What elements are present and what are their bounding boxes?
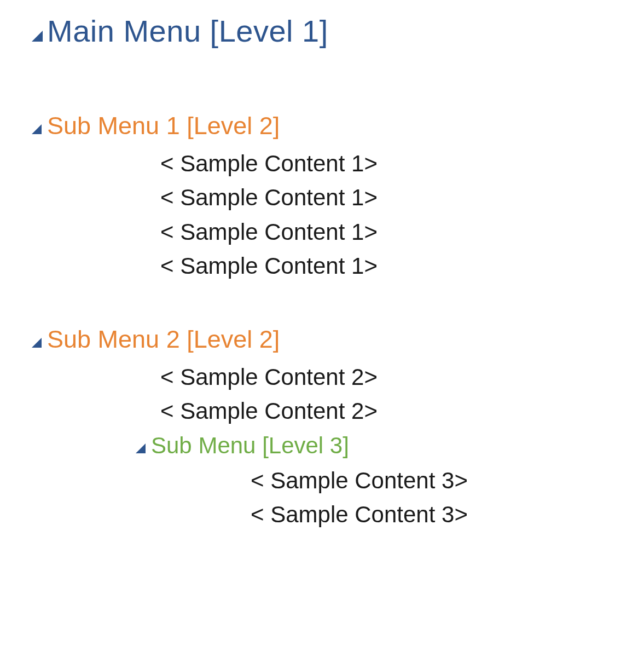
content-line: < Sample Content 1> [160,147,644,181]
heading-level-3[interactable]: Sub Menu [Level 3] [136,431,644,460]
heading-level-3-text: Sub Menu [Level 3] [151,431,349,460]
heading-level-1-text: Main Menu [Level 1] [47,12,328,50]
content-line: < Sample Content 1> [160,181,644,215]
collapse-triangle-icon[interactable] [32,324,47,355]
heading-level-2[interactable]: Sub Menu 2 [Level 2] [32,324,644,355]
content-line: < Sample Content 3> [251,464,644,498]
content-line: < Sample Content 1> [160,249,644,283]
collapse-triangle-icon[interactable] [136,431,151,460]
heading-level-1[interactable]: Main Menu [Level 1] [32,12,644,50]
collapse-triangle-icon[interactable] [32,12,47,50]
collapse-triangle-icon[interactable] [32,111,47,141]
content-line: < Sample Content 1> [160,215,644,249]
svg-marker-1 [32,124,42,134]
heading-level-2-text: Sub Menu 1 [Level 2] [47,111,280,141]
content-line: < Sample Content 2> [160,360,644,394]
heading-level-2[interactable]: Sub Menu 1 [Level 2] [32,111,644,141]
content-line: < Sample Content 2> [160,394,644,428]
content-line: < Sample Content 3> [251,498,644,532]
heading-level-2-text: Sub Menu 2 [Level 2] [47,324,280,355]
svg-marker-3 [136,443,146,453]
svg-marker-2 [32,338,42,348]
svg-marker-0 [32,31,43,42]
